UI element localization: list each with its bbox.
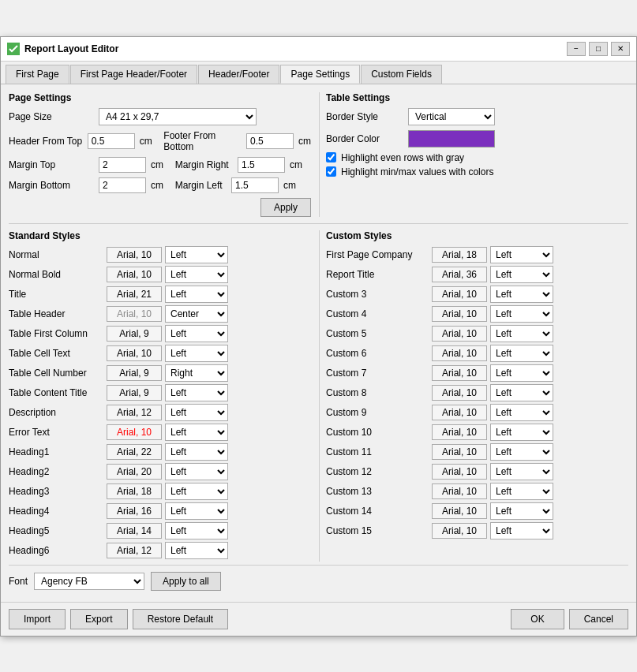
restore-default-button[interactable]: Restore Default xyxy=(133,609,228,629)
tab-first-page-header-footer[interactable]: First Page Header/Footer xyxy=(70,65,197,84)
header-from-top-input[interactable] xyxy=(88,133,135,149)
standard-style-align-select[interactable]: LeftCenterRight xyxy=(165,266,228,283)
highlight-minmax-label[interactable]: Highlight min/max values with colors xyxy=(341,166,493,177)
custom-style-font-button[interactable]: Arial, 10 xyxy=(432,405,487,420)
custom-style-align-select[interactable]: LeftCenterRight xyxy=(490,483,553,500)
custom-style-align-select[interactable]: LeftCenterRight xyxy=(490,246,553,263)
margin-right-input[interactable] xyxy=(238,157,285,173)
standard-style-label: Heading3 xyxy=(9,486,103,497)
standard-style-font-button[interactable]: Arial, 10 xyxy=(107,345,162,361)
standard-style-font-button[interactable]: Arial, 9 xyxy=(107,365,162,381)
standard-style-align-select[interactable]: LeftCenterRight xyxy=(165,424,228,441)
standard-style-font-button[interactable]: Arial, 14 xyxy=(107,523,162,539)
standard-style-align-select[interactable]: LeftCenterRight xyxy=(165,246,228,263)
apply-to-all-button[interactable]: Apply to all xyxy=(151,572,221,591)
custom-style-font-button[interactable]: Arial, 10 xyxy=(432,286,487,302)
ok-button[interactable]: OK xyxy=(511,609,564,629)
standard-style-font-button[interactable]: Arial, 18 xyxy=(107,483,162,499)
standard-style-font-button[interactable]: Arial, 16 xyxy=(107,503,162,519)
standard-style-font-button[interactable]: Arial, 9 xyxy=(107,326,162,342)
border-color-row: Border Color xyxy=(326,130,628,147)
standard-style-align-select[interactable]: LeftCenterRight xyxy=(165,463,228,480)
custom-style-align-select[interactable]: LeftCenterRight xyxy=(490,522,553,539)
custom-style-font-button[interactable]: Arial, 10 xyxy=(432,483,487,499)
custom-style-align-select[interactable]: LeftCenterRight xyxy=(490,424,553,441)
standard-style-font-button[interactable]: Arial, 10 xyxy=(107,267,162,282)
standard-style-align-select[interactable]: LeftCenterRight xyxy=(165,502,228,520)
import-button[interactable]: Import xyxy=(9,609,66,629)
custom-style-font-button[interactable]: Arial, 10 xyxy=(432,503,487,519)
custom-style-font-button[interactable]: Arial, 10 xyxy=(432,306,487,322)
custom-style-align-select[interactable]: LeftCenterRight xyxy=(490,305,553,323)
custom-style-font-button[interactable]: Arial, 10 xyxy=(432,385,487,401)
custom-style-align-select[interactable]: LeftCenterRight xyxy=(490,266,553,283)
custom-style-align-select[interactable]: LeftCenterRight xyxy=(490,364,553,382)
standard-style-label: Normal xyxy=(9,249,103,260)
apply-button[interactable]: Apply xyxy=(260,198,311,217)
custom-style-align-select[interactable]: LeftCenterRight xyxy=(490,384,553,401)
custom-style-row: Custom 15Arial, 10LeftCenterRight xyxy=(326,522,628,539)
standard-style-font-button[interactable]: Arial, 12 xyxy=(107,405,162,420)
standard-style-font-button[interactable]: Arial, 10 xyxy=(107,306,162,322)
standard-style-align-select[interactable]: LeftCenterRight xyxy=(165,542,228,559)
standard-style-font-button[interactable]: Arial, 10 xyxy=(107,424,162,440)
highlight-minmax-checkbox[interactable] xyxy=(326,166,336,177)
standard-style-font-button[interactable]: Arial, 20 xyxy=(107,464,162,480)
standard-style-font-button[interactable]: Arial, 12 xyxy=(107,543,162,558)
standard-style-font-button[interactable]: Arial, 21 xyxy=(107,286,162,302)
cancel-button[interactable]: Cancel xyxy=(569,609,628,629)
custom-style-font-button[interactable]: Arial, 18 xyxy=(432,247,487,263)
margin-left-input[interactable] xyxy=(231,177,279,193)
standard-style-font-button[interactable]: Arial, 9 xyxy=(107,385,162,401)
margin-top-input[interactable] xyxy=(99,157,146,173)
tab-header-footer[interactable]: Header/Footer xyxy=(198,65,279,84)
font-select[interactable]: Agency FB Arial Times New Roman xyxy=(34,573,144,590)
page-settings-title: Page Settings xyxy=(9,92,311,103)
custom-style-align-select[interactable]: LeftCenterRight xyxy=(490,404,553,421)
standard-style-font-button[interactable]: Arial, 10 xyxy=(107,247,162,263)
margin-bottom-input[interactable] xyxy=(99,177,146,193)
custom-style-font-button[interactable]: Arial, 10 xyxy=(432,444,487,460)
custom-style-align-select[interactable]: LeftCenterRight xyxy=(490,286,553,303)
custom-style-align-select[interactable]: LeftCenterRight xyxy=(490,502,553,520)
close-button[interactable]: ✕ xyxy=(611,42,630,56)
tab-custom-fields[interactable]: Custom Fields xyxy=(361,65,442,84)
custom-style-align-select[interactable]: LeftCenterRight xyxy=(490,325,553,342)
standard-style-align-select[interactable]: LeftCenterRight xyxy=(165,286,228,303)
standard-style-align-select[interactable]: LeftCenterRight xyxy=(165,345,228,362)
border-color-picker[interactable] xyxy=(408,130,495,147)
custom-style-font-button[interactable]: Arial, 10 xyxy=(432,424,487,440)
custom-style-align-select[interactable]: LeftCenterRight xyxy=(490,345,553,362)
custom-style-font-button[interactable]: Arial, 10 xyxy=(432,365,487,381)
border-style-select[interactable]: Vertical Horizontal Both None xyxy=(408,108,495,125)
standard-style-align-select[interactable]: LeftCenterRight xyxy=(165,384,228,401)
tab-page-settings[interactable]: Page Settings xyxy=(280,65,360,84)
custom-style-font-button[interactable]: Arial, 10 xyxy=(432,464,487,480)
standard-style-font-button[interactable]: Arial, 22 xyxy=(107,444,162,460)
custom-style-font-button[interactable]: Arial, 10 xyxy=(432,523,487,539)
custom-style-font-button[interactable]: Arial, 10 xyxy=(432,326,487,342)
custom-style-label: Custom 11 xyxy=(326,446,429,457)
custom-style-align-select[interactable]: LeftCenterRight xyxy=(490,463,553,480)
export-button[interactable]: Export xyxy=(70,609,128,629)
tab-first-page[interactable]: First Page xyxy=(6,65,69,84)
highlight-even-label[interactable]: Highlight even rows with gray xyxy=(341,152,464,163)
highlight-even-checkbox[interactable] xyxy=(326,152,336,162)
custom-style-font-button[interactable]: Arial, 10 xyxy=(432,345,487,361)
standard-style-align-select[interactable]: LeftCenterRight xyxy=(165,483,228,500)
page-size-select[interactable]: A4 21 x 29,7 A3 Letter Legal xyxy=(99,108,257,125)
standard-style-align-select[interactable]: LeftCenterRight xyxy=(165,325,228,342)
standard-style-align-select[interactable]: LeftCenterRight xyxy=(165,305,228,323)
title-bar: Report Layout Editor − □ ✕ xyxy=(1,37,636,62)
standard-style-align-select[interactable]: LeftCenterRight xyxy=(165,443,228,461)
footer-from-bottom-input[interactable] xyxy=(246,133,294,149)
standard-style-align-select[interactable]: LeftCenterRight xyxy=(165,522,228,539)
custom-style-align-select[interactable]: LeftCenterRight xyxy=(490,443,553,461)
custom-style-font-button[interactable]: Arial, 36 xyxy=(432,267,487,282)
standard-style-align-select[interactable]: LeftCenterRight xyxy=(165,404,228,421)
standard-style-label: Heading6 xyxy=(9,545,103,556)
top-section: Page Settings Page Size A4 21 x 29,7 A3 … xyxy=(9,92,628,217)
maximize-button[interactable]: □ xyxy=(589,42,608,56)
minimize-button[interactable]: − xyxy=(567,42,586,56)
standard-style-align-select[interactable]: LeftCenterRight xyxy=(165,364,228,382)
